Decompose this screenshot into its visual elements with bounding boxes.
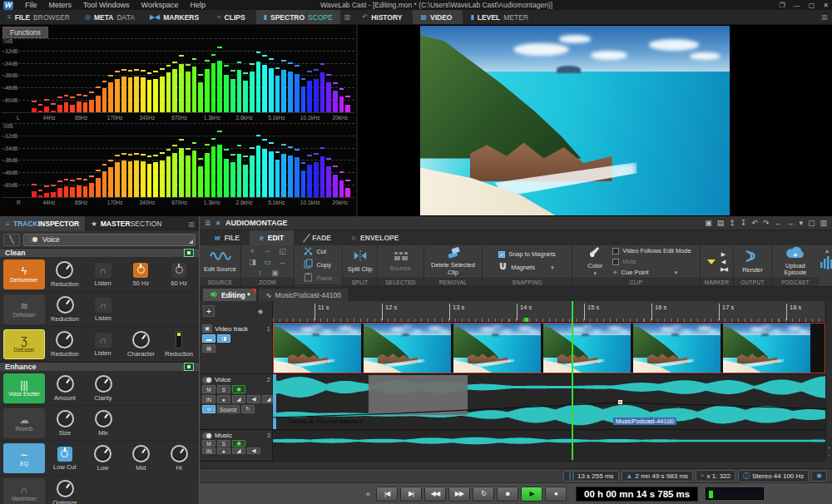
dehummer-button[interactable]: ϟDeHummer bbox=[3, 259, 45, 289]
menu-workspace[interactable]: Workspace bbox=[141, 1, 179, 9]
edit-source-button[interactable]: Edit Source bbox=[204, 250, 236, 273]
monitor-icon[interactable]: ◉ bbox=[232, 385, 245, 393]
music-clip[interactable] bbox=[273, 430, 825, 461]
knob-icon[interactable] bbox=[56, 331, 73, 348]
tab-fade[interactable]: ╱FADE bbox=[294, 230, 341, 245]
undo-icon[interactable]: ↶ bbox=[751, 219, 758, 227]
source-button[interactable]: Source bbox=[217, 405, 240, 413]
mute-button[interactable]: M bbox=[202, 385, 215, 393]
cue-point-button[interactable]: ✳Cue Point▼ bbox=[612, 269, 691, 276]
workspace-tab-video[interactable]: ▦VIDEO bbox=[413, 10, 463, 24]
color-button[interactable]: Color▼ bbox=[581, 246, 609, 277]
clip-name-label[interactable]: MusicPodcast-44100 bbox=[613, 418, 676, 425]
workspace-tab-spectro[interactable]: ▮SPECTROSCOPE bbox=[256, 10, 340, 24]
play-button[interactable]: ▶ bbox=[521, 487, 542, 502]
speaker-icon[interactable]: ◀ bbox=[247, 447, 260, 454]
marker-dropdown-icon[interactable] bbox=[707, 259, 716, 264]
reverb-button[interactable]: ☁Reverb bbox=[3, 408, 45, 438]
knob-icon[interactable] bbox=[57, 296, 74, 314]
section-toggle-icon[interactable] bbox=[184, 363, 194, 371]
zoom-vertical-tool[interactable]: ▣ bbox=[270, 269, 280, 277]
zoom-out-icon[interactable]: − bbox=[828, 452, 831, 457]
video-clip[interactable] bbox=[273, 323, 825, 373]
close-icon[interactable]: ✕ bbox=[823, 2, 829, 9]
record-icon[interactable]: ● bbox=[217, 395, 230, 403]
panel-options-icon[interactable]: ▥ bbox=[184, 216, 199, 231]
low-control[interactable]: Low bbox=[85, 445, 121, 472]
minimize-icon[interactable]: — bbox=[794, 2, 800, 9]
speaker-icon[interactable]: ◀ bbox=[247, 395, 260, 403]
mid-control[interactable]: Mid bbox=[123, 445, 160, 472]
toggle-icon[interactable] bbox=[202, 377, 212, 383]
rewind-button[interactable]: ◀◀ bbox=[424, 487, 446, 502]
bounce-button[interactable]: Bounce bbox=[390, 251, 411, 272]
zoom-left-tool[interactable]: ◱ bbox=[278, 247, 288, 255]
power-icon[interactable] bbox=[57, 447, 72, 462]
amount-control[interactable]: Amount bbox=[47, 375, 83, 402]
status-duration[interactable]: ▲2 mn 49 s 983 ms bbox=[622, 471, 694, 482]
workspace-tab-meta[interactable]: ◎METADATA bbox=[77, 10, 142, 24]
workspace-tab-clips[interactable]: ≈CLIPS bbox=[210, 10, 255, 24]
menu-help[interactable]: Help bbox=[190, 1, 206, 9]
reduction-control[interactable]: Reduction bbox=[47, 331, 83, 358]
knob-icon[interactable] bbox=[95, 410, 112, 427]
import-icon[interactable]: ↧ bbox=[740, 219, 747, 227]
zoom-home-tool[interactable]: ↕ bbox=[255, 269, 265, 277]
collapse-transport-icon[interactable]: « bbox=[366, 490, 370, 498]
workspace-tab-history[interactable]: ↶HISTORY bbox=[354, 10, 413, 24]
new-window-icon[interactable]: ▣ bbox=[705, 219, 712, 227]
marker-pair-icon[interactable]: ▶◀ bbox=[721, 266, 726, 273]
video-option-button[interactable]: ◨ bbox=[217, 334, 230, 343]
zoom-in-icon[interactable]: + bbox=[828, 445, 831, 450]
eq-button[interactable]: ∼EQ bbox=[3, 443, 45, 473]
knob-icon[interactable] bbox=[56, 261, 73, 279]
paste-button[interactable]: Paste bbox=[304, 272, 332, 284]
vertical-scrollbar[interactable]: +− bbox=[825, 301, 832, 460]
upload-episode-button[interactable]: Upload Episode bbox=[775, 246, 816, 277]
ruler-marker[interactable] bbox=[524, 318, 528, 322]
refresh-icon[interactable]: ↻ bbox=[241, 405, 255, 413]
optimize-control[interactable]: Optimize bbox=[47, 480, 83, 504]
input-button[interactable]: IN bbox=[202, 447, 215, 454]
monitor-icon[interactable]: ◉ bbox=[232, 440, 245, 447]
montage-tab-editing[interactable]: Editing * bbox=[203, 289, 256, 301]
knob-icon[interactable] bbox=[57, 480, 74, 497]
voice-exciter-button[interactable]: |||Voice Exciter bbox=[3, 373, 45, 403]
knob-icon[interactable] bbox=[132, 445, 150, 462]
50-hz-control[interactable]: 50 Hz bbox=[123, 263, 160, 287]
montage-tab-musicpodcast[interactable]: ∿MusicPodcast-44100 bbox=[259, 289, 348, 301]
split-clip-button[interactable]: Split Clip bbox=[348, 250, 373, 273]
status-info[interactable]: ⓘStereo 44 100 Hz bbox=[738, 470, 809, 482]
render-button[interactable]: Render bbox=[742, 250, 763, 274]
status-zoom[interactable]: ⌕x 1: 322 bbox=[696, 470, 735, 482]
device-selector[interactable]: Voice bbox=[23, 234, 196, 246]
knob-icon[interactable] bbox=[132, 331, 150, 348]
zoom-cross-tool[interactable]: ↔ bbox=[278, 258, 288, 266]
tab-master-section[interactable]: ★ MASTERSECTION bbox=[85, 216, 167, 231]
track-name[interactable]: Voice bbox=[215, 376, 231, 383]
collapse-ribbon-icon[interactable]: ▴ bbox=[825, 247, 829, 254]
maximize-icon[interactable]: ▢ bbox=[809, 2, 815, 9]
redo-icon[interactable]: ↷ bbox=[763, 219, 770, 227]
functions-button[interactable]: Functions bbox=[2, 27, 48, 38]
maximizer-button[interactable]: ∩Maximizer bbox=[3, 478, 45, 504]
mute-button[interactable]: M bbox=[202, 440, 215, 447]
power-icon[interactable] bbox=[171, 263, 186, 278]
video-follows-edit-mode-checkbox[interactable]: Video Follows Edit Mode bbox=[612, 247, 691, 254]
reduction-control[interactable]: Reduction bbox=[47, 296, 83, 323]
go-to-end-button[interactable]: ▶| bbox=[400, 487, 422, 502]
listen-control[interactable]: ∩Listen bbox=[85, 298, 121, 322]
panel-options-icon[interactable]: ▥ bbox=[817, 10, 832, 24]
panel-options-icon[interactable]: ▥ bbox=[340, 10, 355, 24]
clarity-control[interactable]: Clarity bbox=[85, 375, 121, 402]
go-to-start-button[interactable]: |◀ bbox=[376, 487, 398, 502]
film-strip-icon[interactable]: ▤ bbox=[202, 344, 215, 353]
record-icon[interactable]: ● bbox=[217, 447, 230, 454]
fast-forward-button[interactable]: ▶▶ bbox=[448, 487, 470, 502]
tab-edit[interactable]: eEDIT bbox=[250, 230, 294, 245]
magnets-button[interactable]: Magnets▼ bbox=[498, 262, 556, 273]
tab-track-inspector[interactable]: ≡ TRACKINSPECTOR bbox=[0, 216, 85, 231]
routing-icon[interactable]: ◢ bbox=[232, 395, 245, 403]
next-marker-icon[interactable]: ▶ bbox=[721, 251, 726, 258]
snap-to-magnets-checkbox[interactable]: ✓Snap to Magnets bbox=[498, 250, 556, 258]
